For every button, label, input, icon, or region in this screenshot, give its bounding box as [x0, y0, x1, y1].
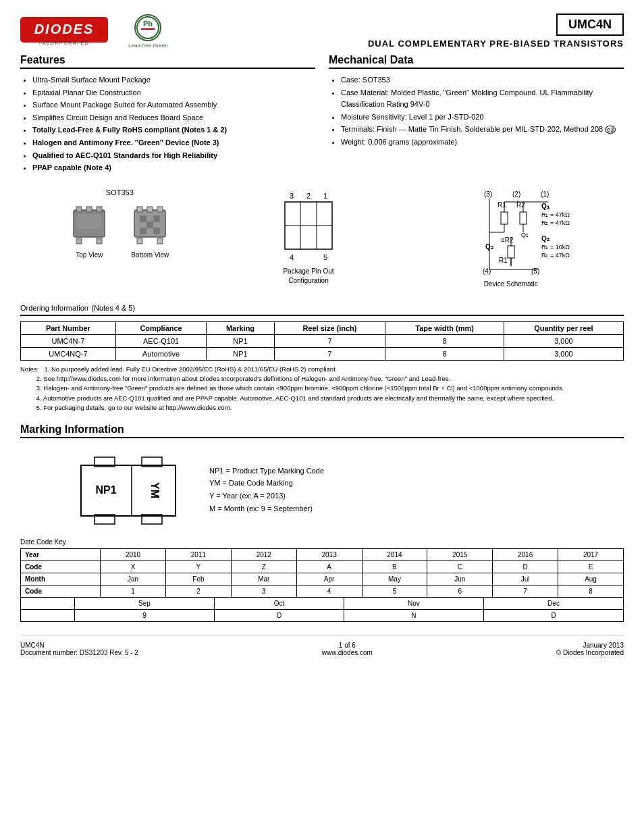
- qty-1: 3,000: [504, 334, 623, 347]
- month-nov: Nov: [344, 598, 483, 610]
- bottom-view-label: Bottom View: [131, 251, 169, 259]
- pin-config-svg: 3 2 1 4 5: [271, 188, 346, 263]
- footer-left: UMC4N Document number: DS31203 Rev. 5 - …: [20, 642, 138, 656]
- svg-text:R2: R2: [516, 201, 525, 209]
- svg-text:≡R2: ≡R2: [501, 236, 514, 244]
- ordering-title-notes: (Notes 4 & 5): [91, 304, 135, 312]
- marking-description: NP1 = Product Type Marking Code YM = Dat…: [209, 465, 324, 515]
- marking-desc-line-1: NP1 = Product Type Marking Code: [209, 465, 324, 477]
- page-subtitle: DUAL COMPLEMENTARY PRE-BIASED TRANSISTOR…: [368, 38, 624, 49]
- svg-rect-21: [140, 228, 146, 234]
- marking-chip-svg: NP1 YM: [74, 452, 182, 526]
- reel-2: 7: [274, 347, 385, 360]
- mcode-4: 4: [296, 585, 362, 598]
- mech-item-4: Terminals: Finish — Matte Tin Finish. So…: [341, 124, 624, 136]
- year-row: Year 2010 2011 2012 2013 2014 2015 2016 …: [21, 549, 624, 561]
- marking-desc-line-4: M = Month (ex: 9 = September): [209, 502, 324, 515]
- svg-rect-12: [78, 214, 101, 229]
- svg-rect-22: [153, 228, 160, 234]
- svg-rect-16: [157, 207, 163, 212]
- diagrams-area: SOT353 Top View: [20, 188, 624, 288]
- ordering-title-text: Ordering Information: [20, 304, 88, 312]
- code-x: X: [101, 561, 166, 573]
- code-b: B: [362, 561, 427, 573]
- bottom-view-svg: [126, 203, 173, 247]
- tape-2: 8: [385, 347, 504, 360]
- part-umc4nq7: UMC4NQ-7: [21, 347, 116, 360]
- schematic-svg: (3) (2) (1) R1 R2 Q₁ R₁ = 47kΩ R₂ = 47kΩ…: [444, 188, 579, 276]
- feature-item-1: Ultra-Small Surface Mount Package: [32, 74, 315, 86]
- pb-badge: Pb Lead-free Green: [128, 14, 168, 49]
- svg-rect-18: [157, 238, 163, 244]
- svg-rect-49: [508, 246, 514, 258]
- footer-website: www.diodes.com: [322, 649, 373, 656]
- page-footer: UMC4N Document number: DS31203 Rev. 5 - …: [20, 635, 624, 656]
- month-feb: Feb: [165, 573, 231, 585]
- svg-rect-11: [97, 238, 102, 244]
- svg-text:NP1: NP1: [95, 484, 116, 496]
- mcode-7: 7: [493, 585, 558, 598]
- code-y: Y: [165, 561, 231, 573]
- mech-item-2: Case Material: Molded Plastic, "Green" M…: [341, 87, 624, 111]
- svg-text:R1: R1: [498, 201, 506, 209]
- ordering-section: Ordering Information (Notes 4 & 5) Part …: [20, 301, 624, 413]
- mcode-9: 9: [75, 610, 215, 622]
- feature-item-5: Totally Lead-Free & Fully RoHS compliant…: [32, 124, 315, 136]
- footer-center: 1 of 6 www.diodes.com: [322, 642, 373, 656]
- ordering-table: Part Number Compliance Marking Reel size…: [20, 321, 624, 361]
- table-row: UMC4N-7 AEC-Q101 NP1 7 8 3,000: [21, 334, 624, 347]
- notes-label: Notes:: [20, 365, 38, 373]
- month-jul: Jul: [493, 573, 558, 585]
- sot353-label-box: SOT353 Top View: [65, 188, 173, 259]
- marking-1: NP1: [207, 334, 274, 347]
- year-2014: 2014: [362, 549, 427, 561]
- features-section: Features Ultra-Small Surface Mount Packa…: [20, 54, 315, 175]
- svg-text:1: 1: [323, 192, 327, 200]
- month-mar: Mar: [231, 573, 296, 585]
- mech-item-1: Case: SOT353: [341, 74, 624, 86]
- pb-circle: Pb: [134, 14, 161, 41]
- year-code-row-header: Code: [21, 561, 101, 573]
- top-view-label: Top View: [76, 251, 103, 259]
- svg-text:(1): (1): [541, 190, 549, 198]
- svg-text:R1: R1: [499, 257, 508, 264]
- mcode-1: 1: [101, 585, 166, 598]
- schematic-box: (3) (2) (1) R1 R2 Q₁ R₁ = 47kΩ R₂ = 47kΩ…: [444, 188, 579, 288]
- month-oct: Oct: [215, 598, 344, 610]
- year-2013: 2013: [296, 549, 362, 561]
- svg-text:INCORPORATED: INCORPORATED: [39, 41, 89, 45]
- bottom-view-box: Bottom View: [126, 203, 173, 259]
- svg-text:R₂ = 47kΩ: R₂ = 47kΩ: [541, 252, 570, 259]
- part-umc4n7: UMC4N-7: [21, 334, 116, 347]
- year-2015: 2015: [427, 549, 493, 561]
- marking-title: Marking Information: [20, 423, 624, 438]
- svg-rect-19: [140, 215, 146, 222]
- features-title: Features: [20, 54, 315, 69]
- month-jan: Jan: [101, 573, 166, 585]
- ordering-notes: Notes: 1. No purposely added lead. Fully…: [20, 365, 624, 413]
- date-code-label: Date Code Key: [20, 538, 624, 546]
- svg-text:YM: YM: [149, 482, 161, 498]
- svg-text:(3): (3): [484, 190, 492, 198]
- month-code-row-2: 9 O N D: [21, 610, 624, 622]
- footer-part: UMC4N: [20, 642, 138, 649]
- qty-2: 3,000: [504, 347, 623, 360]
- code-a: A: [296, 561, 362, 573]
- svg-rect-20: [153, 215, 160, 222]
- footer-date: January 2013: [556, 642, 624, 649]
- month-row-header: Month: [21, 573, 101, 585]
- svg-text:R₁ = 47kΩ: R₁ = 47kΩ: [541, 211, 570, 218]
- code-e: E: [558, 561, 624, 573]
- month-code-row-header-2: [21, 610, 75, 622]
- marking-section: Marking Information NP1 YM NP1 =: [20, 423, 624, 622]
- header-right: UMC4N DUAL COMPLEMENTARY PRE-BIASED TRAN…: [368, 14, 624, 49]
- marking-2: NP1: [207, 347, 274, 360]
- svg-text:R₂ = 47kΩ: R₂ = 47kΩ: [541, 219, 570, 226]
- mech-item-3: Moisture Sensitivity: Level 1 per J-STD-…: [341, 111, 624, 124]
- feature-item-8: PPAP capable (Note 4): [32, 162, 315, 174]
- features-list: Ultra-Small Surface Mount Package Epitax…: [20, 74, 315, 174]
- month-aug: Aug: [558, 573, 624, 585]
- month-jun: Jun: [427, 573, 493, 585]
- feature-item-4: Simplifies Circuit Design and Reduces Bo…: [32, 112, 315, 124]
- col-compliance: Compliance: [115, 321, 207, 334]
